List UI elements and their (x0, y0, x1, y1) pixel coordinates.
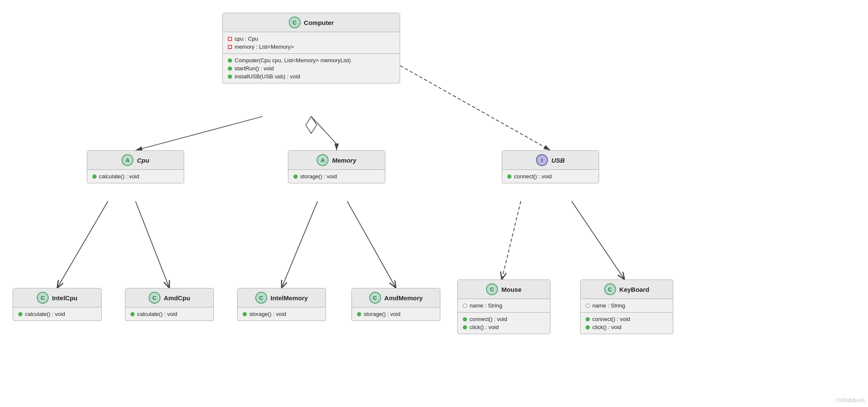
computer-field-1: cpu : Cpu (228, 35, 395, 43)
keyboard-method-1: connect() : void (586, 315, 668, 323)
memory-name: Memory (332, 157, 357, 164)
method-icon (243, 312, 247, 316)
class-mouse: C Mouse name : String connect() : void c… (457, 280, 550, 334)
class-intelcpu: C IntelCpu calculate() : void (13, 288, 102, 321)
method-icon (92, 174, 97, 179)
class-amdmemory-header: C AmdMemory (352, 288, 440, 307)
field-icon (228, 37, 232, 41)
computer-field-1-text: cpu : Cpu (235, 36, 258, 42)
class-keyboard-header: C KeyBoard (581, 280, 673, 299)
keyboard-method-2: click() : void (586, 323, 668, 331)
connectors-svg (0, 0, 868, 407)
computer-method-2: startRun() : void (228, 64, 395, 72)
watermark: CSDN@慕光码 (836, 398, 865, 404)
intelmemory-badge: C (255, 292, 267, 304)
computer-badge: C (289, 17, 301, 28)
amdcpu-methods: calculate() : void (125, 307, 213, 321)
computer-methods: Computer(Cpu cpu, List<Memory> memoryLis… (223, 54, 400, 83)
memory-methods: storage() : void (288, 170, 385, 183)
mouse-fields: name : String (458, 299, 550, 313)
intelcpu-name: IntelCpu (52, 294, 77, 302)
mouse-method-1: connect() : void (463, 315, 545, 323)
memory-method-1: storage() : void (293, 172, 380, 180)
amdmemory-name: AmdMemory (384, 294, 423, 302)
method-icon (586, 325, 590, 329)
intelmemory-name: IntelMemory (271, 294, 308, 302)
method-icon (18, 312, 22, 316)
mouse-method-2: click() : void (463, 323, 545, 331)
method-icon (228, 75, 232, 79)
keyboard-methods: connect() : void click() : void (581, 313, 673, 334)
svg-marker-2 (306, 116, 317, 133)
class-amdmemory: C AmdMemory storage() : void (351, 288, 440, 321)
field-icon (463, 304, 467, 308)
class-intelcpu-header: C IntelCpu (13, 288, 101, 307)
keyboard-fields: name : String (581, 299, 673, 313)
cpu-method-1: calculate() : void (92, 172, 179, 180)
intelmemory-methods: storage() : void (238, 307, 326, 321)
method-icon (228, 66, 232, 71)
svg-line-1 (311, 116, 337, 144)
computer-name: Computer (304, 19, 334, 26)
computer-field-2-text: memory : List<Memory> (235, 44, 294, 50)
mouse-badge: C (486, 283, 498, 295)
amdcpu-method-1: calculate() : void (130, 310, 208, 318)
svg-line-8 (347, 201, 396, 288)
method-icon (586, 317, 590, 321)
field-icon (586, 304, 590, 308)
class-intelmemory: C IntelMemory storage() : void (237, 288, 326, 321)
method-icon (130, 312, 135, 316)
class-usb: I USB connect() : void (502, 150, 599, 183)
class-cpu: A Cpu calculate() : void (87, 150, 184, 183)
method-icon (228, 58, 232, 63)
mouse-name: Mouse (501, 286, 522, 293)
svg-line-4 (400, 66, 550, 150)
usb-name: USB (551, 157, 565, 164)
diagram-container: C Computer cpu : Cpu memory : List<Memor… (0, 0, 868, 407)
cpu-name: Cpu (137, 157, 149, 164)
cpu-methods: calculate() : void (87, 170, 184, 183)
memory-badge: A (317, 154, 329, 166)
intelcpu-method-1: calculate() : void (18, 310, 96, 318)
computer-field-2: memory : List<Memory> (228, 43, 395, 51)
mouse-methods: connect() : void click() : void (458, 313, 550, 334)
usb-badge: I (536, 154, 548, 166)
amdmemory-method-1: storage() : void (357, 310, 435, 318)
cpu-badge: A (122, 154, 133, 166)
intelcpu-methods: calculate() : void (13, 307, 101, 321)
computer-method-3: installUSB(USB usb) : void (228, 72, 395, 80)
svg-line-7 (282, 201, 318, 288)
field-icon (228, 45, 232, 49)
method-icon (507, 174, 511, 179)
class-intelmemory-header: C IntelMemory (238, 288, 326, 307)
amdmemory-methods: storage() : void (352, 307, 440, 321)
method-icon (293, 174, 298, 179)
keyboard-badge: C (604, 283, 616, 295)
amdcpu-badge: C (149, 292, 160, 304)
svg-line-10 (572, 201, 625, 280)
method-icon (357, 312, 361, 316)
class-cpu-header: A Cpu (87, 151, 184, 170)
class-mouse-header: C Mouse (458, 280, 550, 299)
intelmemory-method-1: storage() : void (243, 310, 321, 318)
class-memory-header: A Memory (288, 151, 385, 170)
svg-line-9 (502, 201, 521, 280)
mouse-field-1: name : String (463, 302, 545, 310)
svg-line-5 (57, 201, 108, 288)
keyboard-name: KeyBoard (619, 286, 650, 293)
class-amdcpu: C AmdCpu calculate() : void (125, 288, 214, 321)
class-computer: C Computer cpu : Cpu memory : List<Memor… (222, 13, 400, 83)
computer-method-1: Computer(Cpu cpu, List<Memory> memoryLis… (228, 56, 395, 64)
keyboard-field-1: name : String (586, 302, 668, 310)
computer-fields: cpu : Cpu memory : List<Memory> (223, 32, 400, 54)
usb-method-1: connect() : void (507, 172, 594, 180)
svg-line-6 (135, 201, 169, 288)
class-keyboard: C KeyBoard name : String connect() : voi… (580, 280, 673, 334)
method-icon (463, 325, 467, 329)
class-amdcpu-header: C AmdCpu (125, 288, 213, 307)
usb-methods: connect() : void (502, 170, 599, 183)
method-icon (463, 317, 467, 321)
svg-line-0 (135, 116, 263, 150)
amdmemory-badge: C (369, 292, 381, 304)
class-memory: A Memory storage() : void (288, 150, 385, 183)
